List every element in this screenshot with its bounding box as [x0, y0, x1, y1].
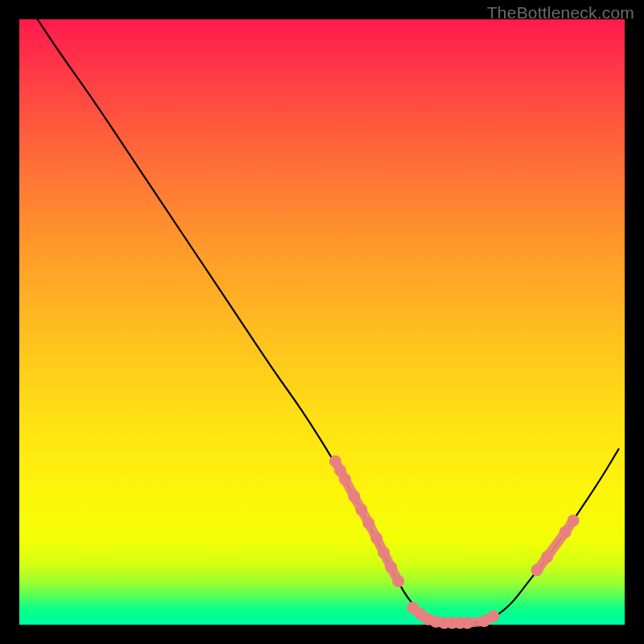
chart-svg: [19, 19, 625, 625]
marker-dot: [362, 517, 374, 529]
marker-dot: [348, 490, 360, 502]
marker-group: [329, 456, 580, 630]
marker-dot: [531, 564, 543, 576]
chart-frame: TheBottleneck.com: [0, 0, 644, 644]
marker-dot: [370, 532, 382, 544]
marker-dot: [355, 504, 367, 516]
marker-dot: [487, 610, 499, 622]
marker-dot: [559, 526, 572, 538]
marker-dot: [541, 551, 553, 563]
marker-dot: [378, 547, 390, 559]
marker-dot: [568, 514, 580, 526]
marker-dot: [385, 561, 397, 573]
marker-dot: [339, 473, 351, 485]
watermark-text: TheBottleneck.com: [487, 3, 634, 23]
marker-dot: [392, 575, 404, 587]
bottleneck-curve: [38, 19, 619, 623]
marker-dot: [461, 617, 473, 629]
